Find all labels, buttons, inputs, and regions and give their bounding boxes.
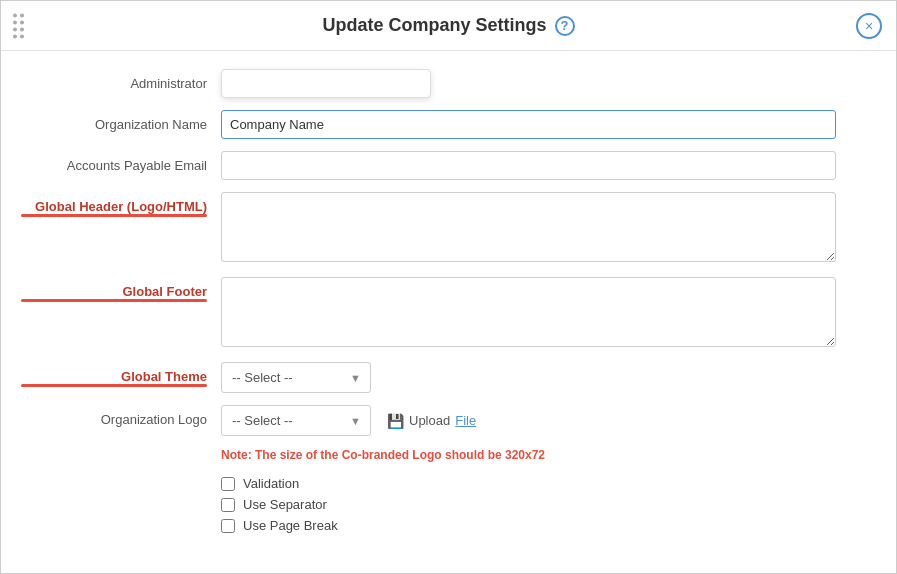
organization-name-input[interactable]	[221, 110, 836, 139]
administrator-input-wrap	[221, 69, 836, 98]
global-theme-wrap: -- Select -- ▼	[221, 362, 836, 393]
global-header-wrap	[221, 192, 836, 265]
title-bar: Update Company Settings ? ×	[1, 1, 896, 51]
organization-logo-row: Organization Logo -- Select -- ▼ 💾 Uploa…	[21, 405, 836, 436]
global-theme-select-wrap: -- Select -- ▼	[221, 362, 371, 393]
accounts-payable-label: Accounts Payable Email	[21, 151, 221, 173]
organization-logo-select-wrap: -- Select -- ▼	[221, 405, 371, 436]
logo-size-note: Note: The size of the Co-branded Logo sh…	[221, 448, 836, 462]
upload-file-button[interactable]: 💾 Upload File	[387, 413, 476, 429]
organization-logo-label: Organization Logo	[21, 405, 221, 427]
global-theme-label: Global Theme	[21, 362, 221, 384]
organization-logo-wrap: -- Select -- ▼ 💾 Upload File	[221, 405, 836, 436]
page-title: Update Company Settings	[322, 15, 546, 36]
global-header-row: Global Header (Logo/HTML)	[21, 192, 836, 265]
global-header-textarea[interactable]	[221, 192, 836, 262]
form-container: Administrator Organization Name Accounts…	[1, 51, 896, 559]
organization-name-wrap	[221, 110, 836, 139]
validation-checkbox-row: Validation	[221, 476, 836, 491]
global-footer-textarea[interactable]	[221, 277, 836, 347]
use-page-break-checkbox[interactable]	[221, 519, 235, 533]
checkbox-section: Validation Use Separator Use Page Break	[221, 476, 836, 533]
accounts-payable-row: Accounts Payable Email	[21, 151, 836, 180]
global-footer-label: Global Footer	[21, 277, 221, 299]
accounts-payable-email-input[interactable]	[221, 151, 836, 180]
upload-text: Upload	[409, 413, 450, 428]
use-page-break-checkbox-row: Use Page Break	[221, 518, 836, 533]
use-separator-label: Use Separator	[243, 497, 327, 512]
organization-logo-select[interactable]: -- Select --	[221, 405, 371, 436]
help-icon[interactable]: ?	[555, 16, 575, 36]
global-theme-select[interactable]: -- Select --	[221, 362, 371, 393]
floppy-icon: 💾	[387, 413, 404, 429]
global-footer-wrap	[221, 277, 836, 350]
use-page-break-label: Use Page Break	[243, 518, 338, 533]
global-header-label: Global Header (Logo/HTML)	[21, 192, 221, 214]
drag-handle[interactable]	[13, 13, 24, 38]
administrator-row: Administrator	[21, 69, 836, 98]
use-separator-checkbox-row: Use Separator	[221, 497, 836, 512]
global-theme-row: Global Theme -- Select -- ▼	[21, 362, 836, 393]
administrator-input[interactable]	[221, 69, 431, 98]
organization-name-label: Organization Name	[21, 110, 221, 132]
accounts-payable-wrap	[221, 151, 836, 180]
global-footer-row: Global Footer	[21, 277, 836, 350]
organization-name-row: Organization Name	[21, 110, 836, 139]
administrator-label: Administrator	[21, 69, 221, 91]
use-separator-checkbox[interactable]	[221, 498, 235, 512]
validation-label: Validation	[243, 476, 299, 491]
validation-checkbox[interactable]	[221, 477, 235, 491]
upload-file-link[interactable]: File	[455, 413, 476, 428]
update-company-settings-window: Update Company Settings ? × Administrato…	[0, 0, 897, 574]
close-button[interactable]: ×	[856, 13, 882, 39]
